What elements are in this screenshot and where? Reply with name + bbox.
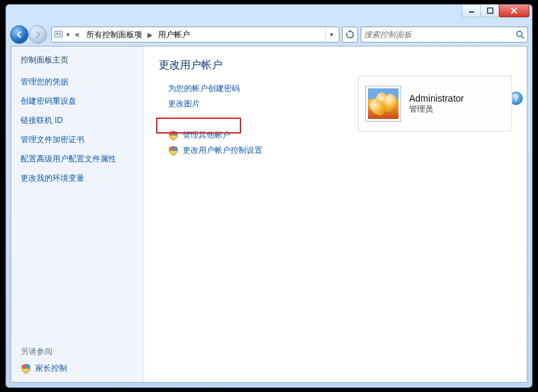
refresh-button[interactable]	[342, 27, 358, 43]
seealso-label: 家长控制	[35, 363, 67, 374]
shield-icon	[21, 363, 31, 374]
link-create-password[interactable]: 为您的帐户创建密码	[168, 83, 240, 94]
sidebar-task-credentials[interactable]: 管理您的凭据	[21, 76, 134, 88]
svg-rect-2	[54, 31, 62, 37]
titlebar	[6, 5, 532, 23]
search-box[interactable]	[361, 27, 528, 43]
address-bar[interactable]: ▾ « 所有控制面板项 ▶ 用户帐户 ▾	[51, 27, 339, 43]
control-panel-icon	[53, 29, 64, 40]
svg-line-6	[521, 36, 524, 39]
breadcrumb-item-current[interactable]: 用户帐户	[155, 28, 193, 42]
window-frame: ▾ « 所有控制面板项 ▶ 用户帐户 ▾ ?	[5, 4, 533, 388]
sidebar-task-link-online-id[interactable]: 链接联机 ID	[21, 115, 134, 126]
maximize-icon	[487, 7, 493, 14]
flower-icon	[368, 88, 399, 119]
sidebar-task-password-reset-disk[interactable]: 创建密码重设盘	[21, 96, 134, 107]
sidebar-home-link[interactable]: 控制面板主页	[21, 54, 134, 66]
seealso-heading: 另请参阅	[21, 346, 134, 357]
navigation-bar: ▾ « 所有控制面板项 ▶ 用户帐户 ▾	[10, 23, 528, 46]
back-button[interactable]	[10, 25, 29, 44]
close-button[interactable]	[499, 5, 529, 17]
account-name: Administrator	[409, 93, 464, 104]
svg-rect-1	[488, 8, 493, 13]
account-card: Administrator 管理员	[358, 76, 512, 132]
chevron-down-icon[interactable]: ▾	[66, 31, 70, 38]
shield-icon	[168, 146, 179, 156]
sidebar-task-encryption-certs[interactable]: 管理文件加密证书	[21, 134, 134, 146]
svg-point-5	[517, 31, 522, 37]
address-dropdown-button[interactable]: ▾	[325, 27, 337, 42]
account-role: 管理员	[409, 104, 464, 115]
chevron-right-icon: ▶	[146, 31, 154, 39]
sidebar-task-env-vars[interactable]: 更改我的环境变量	[21, 173, 134, 184]
arrow-right-icon	[33, 30, 43, 39]
svg-rect-0	[469, 11, 474, 13]
svg-point-3	[56, 33, 58, 35]
breadcrumb: « 所有控制面板项 ▶ 用户帐户	[72, 28, 323, 42]
close-icon	[510, 7, 518, 14]
breadcrumb-prefix: «	[72, 29, 82, 41]
shield-icon	[168, 130, 179, 141]
svg-point-4	[59, 33, 61, 35]
link-manage-other-accounts[interactable]: 管理其他帐户	[183, 130, 230, 141]
search-icon	[515, 30, 525, 39]
page-title: 更改用户帐户	[159, 58, 512, 72]
minimize-icon	[468, 7, 475, 14]
client-area: ? 控制面板主页 管理您的凭据 创建密码重设盘 链接联机 ID 管理文件加密证书…	[11, 46, 527, 383]
link-change-uac-settings[interactable]: 更改用户帐户控制设置	[183, 145, 262, 156]
back-forward-group	[10, 25, 48, 45]
account-picture[interactable]	[365, 86, 401, 122]
breadcrumb-item-all[interactable]: 所有控制面板项	[84, 28, 145, 42]
seealso-parental-controls[interactable]: 家长控制	[21, 363, 134, 374]
chevron-down-icon: ▾	[330, 31, 333, 38]
link-change-picture[interactable]: 更改图片	[168, 98, 200, 110]
maximize-button[interactable]	[480, 5, 499, 17]
search-input[interactable]	[364, 30, 513, 39]
minimize-button[interactable]	[462, 5, 481, 17]
refresh-icon	[345, 30, 355, 39]
sidebar-task-advanced-profile[interactable]: 配置高级用户配置文件属性	[21, 153, 134, 165]
window-controls	[462, 5, 529, 17]
sidebar: 控制面板主页 管理您的凭据 创建密码重设盘 链接联机 ID 管理文件加密证书 配…	[11, 47, 144, 382]
main-panel: 更改用户帐户 为您的帐户创建密码 更改图片 管理其他帐户 更改用户帐户控制设置	[144, 47, 527, 382]
forward-button[interactable]	[29, 25, 47, 44]
arrow-left-icon	[15, 30, 24, 39]
